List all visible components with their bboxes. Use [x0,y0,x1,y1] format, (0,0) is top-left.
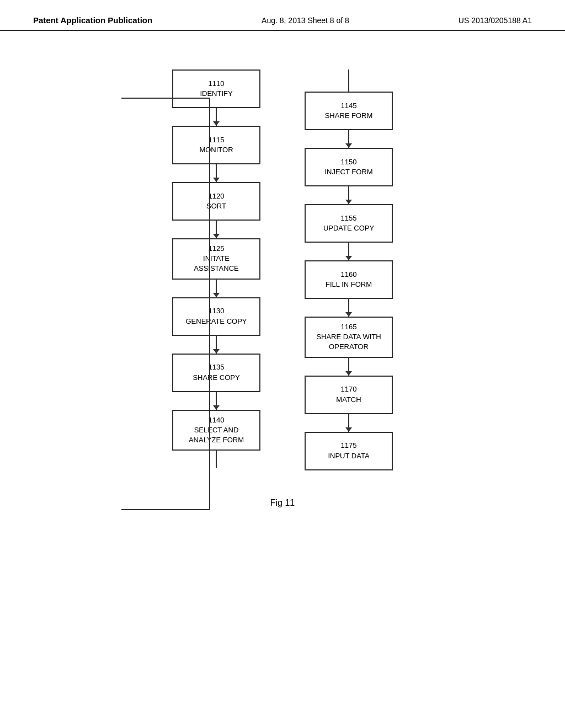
patent-number: US 2013/0205188 A1 [459,16,532,25]
publication-date: Aug. 8, 2013 Sheet 8 of 8 [262,16,349,25]
box-1145: 1145SHARE FORM [305,92,393,130]
arrow-1110-1115 [216,108,217,126]
box-1150: 1150INJECT FORM [305,148,393,186]
arrow-1160-1165 [348,299,349,317]
arrow-1120-1125 [216,221,217,238]
publication-label: Patent Application Publication [33,15,152,25]
arrow-1145-1150 [348,130,349,148]
box-1130: 1130GENERATE COPY [172,297,260,336]
box-1125: 1125INITATEASSISTANCE [172,238,260,280]
box-1110: 1110IDENTIFY [172,69,260,108]
box-1165: 1165SHARE DATA WITHOPERATOR [305,317,393,358]
main-content: 1110IDENTIFY 1115MONITOR 1120SORT 1125IN… [0,31,565,530]
arrow-1130-1135 [216,336,217,354]
arrow-1125-1130 [216,280,217,297]
box-1115: 1115MONITOR [172,126,260,164]
arrow-1165-1170 [348,358,349,376]
line-below-1140 [216,451,217,468]
arrow-1115-1120 [216,164,217,182]
arrow-1170-1175 [348,414,349,432]
page-header: Patent Application Publication Aug. 8, 2… [0,0,565,31]
box-1135: 1135SHARE COPY [172,354,260,392]
arrow-1155-1160 [348,243,349,260]
box-1155: 1155UPDATE COPY [305,204,393,243]
right-column: 1145SHARE FORM 1150INJECT FORM 1155UPDAT… [305,69,393,470]
left-column: 1110IDENTIFY 1115MONITOR 1120SORT 1125IN… [172,69,260,468]
box-1160: 1160FILL IN FORM [305,260,393,299]
box-1140: 1140SELECT ANDANALYZE FORM [172,410,260,451]
top-line-right [348,69,349,92]
arrow-1150-1155 [348,186,349,204]
box-1170: 1170MATCH [305,376,393,414]
arrow-1135-1140 [216,392,217,410]
fig-caption: Fig 11 [270,498,295,508]
box-1175: 1175INPUT DATA [305,432,393,470]
box-1120: 1120SORT [172,182,260,221]
